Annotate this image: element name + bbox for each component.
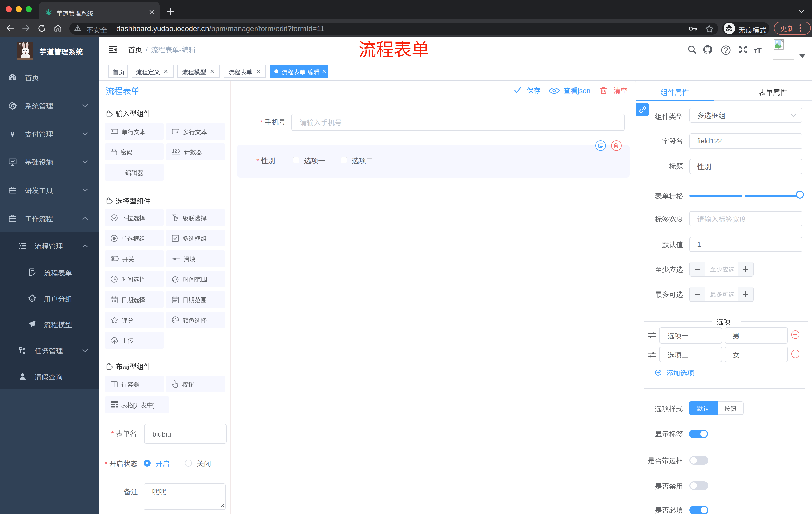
- svg-text:123: 123: [172, 148, 180, 154]
